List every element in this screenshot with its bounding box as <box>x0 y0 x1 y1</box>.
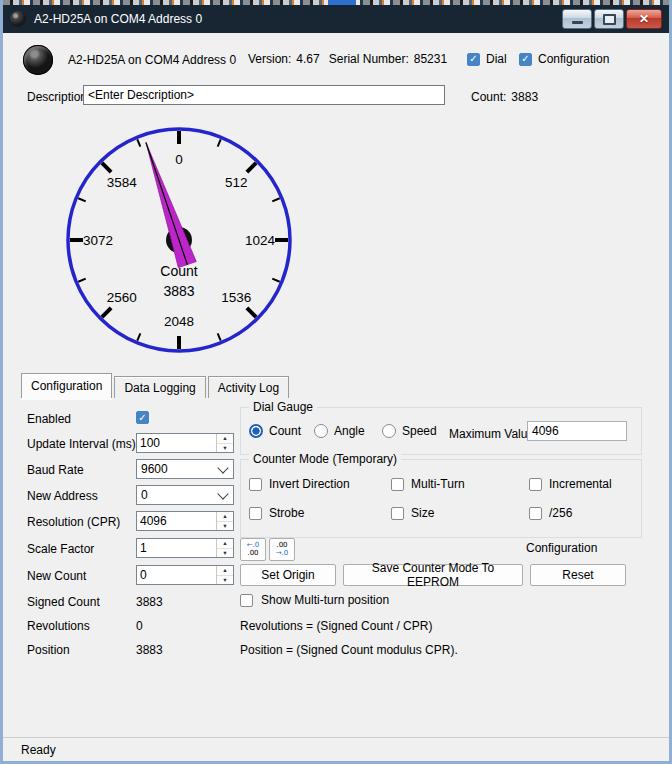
resolution-stepper[interactable]: ▲▼ <box>136 511 234 531</box>
configuration-toggle[interactable]: Configuration <box>519 52 609 66</box>
chevron-down-icon <box>217 488 228 499</box>
new-address-value: 0 <box>137 488 219 502</box>
signed-count-label: Signed Count <box>27 595 100 609</box>
enabled-checkbox[interactable] <box>136 411 149 424</box>
tab-activity-log[interactable]: Activity Log <box>208 376 289 398</box>
app-icon <box>10 11 26 27</box>
size-label: Size <box>411 506 434 520</box>
angle-radio[interactable] <box>314 424 328 438</box>
svg-text:3072: 3072 <box>83 233 113 248</box>
radio-speed[interactable]: Speed <box>382 424 437 438</box>
tab-data-logging-label: Data Logging <box>124 381 195 395</box>
svg-text:2048: 2048 <box>164 314 194 329</box>
dial-checkbox[interactable] <box>467 53 480 66</box>
div256-label: /256 <box>549 506 572 520</box>
resolution-spin[interactable]: ▲▼ <box>216 512 233 530</box>
update-interval-stepper[interactable]: ▲▼ <box>136 433 234 453</box>
status-text: Ready <box>21 743 56 757</box>
serial-value: 85231 <box>414 52 447 66</box>
titlebar[interactable]: A2-HD25A on COM4 Address 0 ✕ <box>3 5 669 33</box>
count-label: Count: <box>471 90 506 104</box>
maximum-value-input[interactable] <box>527 421 627 441</box>
div256-option[interactable]: /256 <box>529 506 572 520</box>
update-interval-input[interactable] <box>137 434 216 452</box>
dial-toggle[interactable]: Dial <box>467 52 507 66</box>
multi-turn-checkbox[interactable] <box>391 478 404 491</box>
baud-rate-select[interactable]: 9600 <box>136 459 234 479</box>
radio-count[interactable]: Count <box>249 424 301 438</box>
maximize-icon <box>603 14 616 25</box>
configuration-checkbox[interactable] <box>519 53 532 66</box>
description-input[interactable] <box>83 85 445 105</box>
minimize-button[interactable] <box>562 9 592 29</box>
new-address-select[interactable]: 0 <box>136 485 234 505</box>
strobe-option[interactable]: Strobe <box>249 506 304 520</box>
scale-factor-input[interactable] <box>137 539 216 557</box>
baud-rate-value: 9600 <box>137 462 219 476</box>
update-interval-label: Update Interval (ms) <box>27 437 136 451</box>
reset-button[interactable]: Reset <box>530 564 626 586</box>
count-value: 3883 <box>511 90 538 104</box>
close-button[interactable]: ✕ <box>626 9 662 29</box>
svg-text:1536: 1536 <box>221 290 251 305</box>
tab-configuration[interactable]: Configuration <box>21 373 112 398</box>
decrease-decimal-text: .00 <box>247 549 258 557</box>
baud-rate-label: Baud Rate <box>27 463 84 477</box>
position-label: Position <box>27 643 70 657</box>
new-count-stepper[interactable]: ▲▼ <box>136 565 234 585</box>
invert-direction-checkbox[interactable] <box>249 478 262 491</box>
show-multiturn-checkbox[interactable] <box>240 594 253 607</box>
speed-radio[interactable] <box>382 424 396 438</box>
show-multiturn-label: Show Multi-turn position <box>261 593 389 607</box>
update-interval-spin[interactable]: ▲▼ <box>216 434 233 452</box>
new-count-label: New Count <box>27 569 86 583</box>
invert-direction-label: Invert Direction <box>269 477 350 491</box>
counter-mode-group: Counter Mode (Temporary) Invert Directio… <box>240 459 642 538</box>
count-readout: Count: 3883 <box>471 90 538 104</box>
decrease-decimal-button[interactable]: ←.0.00 <box>240 538 266 561</box>
radio-angle[interactable]: Angle <box>314 424 365 438</box>
incremental-checkbox[interactable] <box>529 478 542 491</box>
svg-text:3584: 3584 <box>107 175 138 190</box>
svg-text:1024: 1024 <box>245 233 276 248</box>
div256-checkbox[interactable] <box>529 507 542 520</box>
signed-count-value: 3883 <box>136 595 163 609</box>
maximum-value-label: Maximum Value <box>449 427 534 441</box>
strobe-label: Strobe <box>269 506 304 520</box>
save-eeprom-button[interactable]: Save Counter Mode To EEPROM <box>343 564 523 586</box>
count-radio[interactable] <box>249 424 263 438</box>
invert-direction-option[interactable]: Invert Direction <box>249 477 350 491</box>
configuration-section-label: Configuration <box>526 541 597 555</box>
version-label: Version: <box>248 52 291 66</box>
tab-strip: Configuration Data Logging Activity Log <box>21 373 291 398</box>
set-origin-button[interactable]: Set Origin <box>240 564 336 586</box>
tab-activity-log-label: Activity Log <box>218 381 279 395</box>
dial-checkbox-label: Dial <box>486 52 507 66</box>
multi-turn-option[interactable]: Multi-Turn <box>391 477 465 491</box>
dial-gauge-group-title: Dial Gauge <box>249 400 317 414</box>
incremental-option[interactable]: Incremental <box>529 477 612 491</box>
new-count-spin[interactable]: ▲▼ <box>216 566 233 584</box>
resolution-input[interactable] <box>137 512 216 530</box>
new-count-input[interactable] <box>137 566 216 584</box>
revolutions-label: Revolutions <box>27 619 90 633</box>
serial-label: Serial Number: <box>329 52 409 66</box>
device-name: A2-HD25A on COM4 Address 0 <box>68 53 236 67</box>
description-label: Description <box>27 90 87 104</box>
revolutions-value: 0 <box>136 619 143 633</box>
size-checkbox[interactable] <box>391 507 404 520</box>
strobe-checkbox[interactable] <box>249 507 262 520</box>
show-multiturn-option[interactable]: Show Multi-turn position <box>240 593 389 607</box>
app-window: A2-HD25A on COM4 Address 0 ✕ A2-HD25A on… <box>0 0 672 764</box>
tab-data-logging[interactable]: Data Logging <box>114 376 205 398</box>
maximize-button[interactable] <box>594 9 624 29</box>
device-info: Version: 4.67 Serial Number: 85231 <box>248 52 447 66</box>
dial-gauge: 0512102415362048256030723584Count3883 <box>62 123 296 357</box>
scale-factor-label: Scale Factor <box>27 542 94 556</box>
configuration-checkbox-label: Configuration <box>538 52 609 66</box>
status-bar: Ready <box>3 737 669 761</box>
size-option[interactable]: Size <box>391 506 434 520</box>
scale-factor-spin[interactable]: ▲▼ <box>216 539 233 557</box>
increase-decimal-button[interactable]: .00→.0 <box>269 538 295 561</box>
scale-factor-stepper[interactable]: ▲▼ <box>136 538 234 558</box>
